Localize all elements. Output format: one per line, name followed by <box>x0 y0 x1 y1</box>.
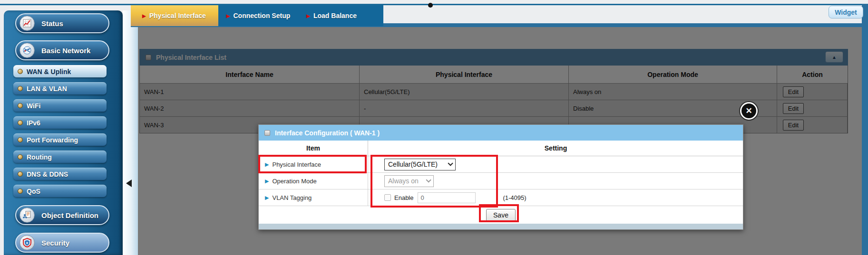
sidebar-item-lan-vlan[interactable]: LAN & VLAN <box>13 82 107 94</box>
setting-cell: Cellular(5G/LTE) <box>368 156 743 172</box>
sidebar-item-wan-uplink[interactable]: WAN & Uplink <box>13 65 107 77</box>
tab-bar: ▶ Physical Interface ▶ Connection Setup … <box>131 5 383 26</box>
sidebar-item-label: WAN & Uplink <box>27 68 71 76</box>
sidebar-item-security[interactable]: Security <box>15 233 109 253</box>
widget-button[interactable]: Widget <box>829 6 863 19</box>
sidebar: Status Basic Network WAN & Uplink LAN & … <box>4 10 123 255</box>
sidebar-item-ipv6[interactable]: IPv6 <box>13 116 107 129</box>
chevron-down-icon <box>426 177 431 182</box>
bullet-icon <box>18 137 23 142</box>
item-label: VLAN Tagging <box>272 194 312 201</box>
selected-option-label: Cellular(5G/LTE) <box>388 161 438 168</box>
sidebar-item-qos[interactable]: QoS <box>13 185 107 197</box>
physical-interface-select[interactable]: Cellular(5G/LTE) <box>384 159 456 170</box>
interface-configuration-dialog: Interface Configuration ( WAN-1 ) Item S… <box>258 124 743 230</box>
item-label: Physical Interface <box>272 161 321 168</box>
tab-label: Load Balance <box>313 12 357 19</box>
tab-arrow-icon: ▶ <box>306 13 310 19</box>
sidebar-item-label: WiFi <box>27 102 40 110</box>
dialog-footer: Save <box>259 206 743 224</box>
router-admin-page: Status Basic Network WAN & Uplink LAN & … <box>0 0 868 255</box>
sidebar-collapse-strip <box>123 10 138 255</box>
item-label-cell: ▶ Operation Mode <box>259 173 368 189</box>
tab-load-balance[interactable]: ▶ Load Balance <box>298 5 365 26</box>
sidebar-item-label: IPv6 <box>27 119 40 127</box>
sidebar-item-status[interactable]: Status <box>15 13 109 33</box>
setting-cell: Always on <box>368 173 743 189</box>
bullet-icon <box>18 154 23 160</box>
tab-label: Connection Setup <box>233 12 290 19</box>
dialog-title-bar: Interface Configuration ( WAN-1 ) <box>259 125 743 141</box>
sidebar-item-dns-ddns[interactable]: DNS & DDNS <box>13 168 107 180</box>
bullet-icon <box>18 189 23 194</box>
item-arrow-icon: ▶ <box>265 178 269 184</box>
save-button[interactable]: Save <box>486 209 516 221</box>
operation-mode-select: Always on <box>384 175 434 187</box>
setting-column-header: Setting <box>368 141 743 156</box>
selected-option-label: Always on <box>388 177 419 185</box>
panel-square-icon <box>264 130 270 136</box>
top-border-line <box>0 4 868 5</box>
sidebar-item-basic-network[interactable]: Basic Network <box>15 40 109 60</box>
tab-connection-setup[interactable]: ▶ Connection Setup <box>218 5 298 26</box>
sidebar-item-object-definition[interactable]: Object Definition <box>15 205 109 225</box>
item-arrow-icon: ▶ <box>265 161 269 168</box>
sidebar-item-port-forwarding[interactable]: Port Forwarding <box>13 133 107 146</box>
sidebar-item-label: LAN & VLAN <box>27 85 67 93</box>
bullet-icon <box>18 86 23 91</box>
vlan-enable-checkbox[interactable] <box>384 194 391 201</box>
vlan-tagging-row: ▶ VLAN Tagging Enable (1-4095) <box>259 189 743 206</box>
item-column-header: Item <box>259 141 368 156</box>
checkbox-label: Enable <box>394 194 413 201</box>
tab-arrow-icon: ▶ <box>142 13 146 19</box>
sidebar-item-label: Status <box>41 19 63 28</box>
dialog-header-row: Item Setting <box>259 141 743 156</box>
item-label-cell: ▶ VLAN Tagging <box>259 189 368 206</box>
sidebar-item-wifi[interactable]: WiFi <box>13 99 107 112</box>
item-label-cell: ▶ Physical Interface <box>259 156 368 172</box>
bullet-icon <box>18 120 23 125</box>
bullet-icon <box>18 171 23 177</box>
collapse-sidebar-arrow-icon[interactable] <box>126 179 132 187</box>
vlan-range-hint: (1-4095) <box>503 194 526 201</box>
right-border-edge <box>862 4 868 255</box>
tab-label: Physical Interface <box>149 12 206 19</box>
marker-dot-icon <box>428 3 433 8</box>
security-shield-icon <box>20 235 35 250</box>
sidebar-item-label: QoS <box>27 188 40 195</box>
operation-mode-row: ▶ Operation Mode Always on <box>259 173 743 189</box>
bullet-icon <box>18 69 23 74</box>
status-chart-icon <box>20 16 35 31</box>
sidebar-item-label: Basic Network <box>41 47 90 55</box>
sidebar-item-label: Security <box>41 239 69 247</box>
sidebar-item-label: Port Forwarding <box>27 136 78 144</box>
item-arrow-icon: ▶ <box>265 195 269 201</box>
tab-arrow-icon: ▶ <box>226 13 230 19</box>
dialog-bottom-strip <box>259 224 743 229</box>
object-definition-icon <box>20 208 35 223</box>
item-label: Operation Mode <box>272 178 316 185</box>
physical-interface-row: ▶ Physical Interface Cellular(5G/LTE) <box>259 156 743 173</box>
setting-cell: Enable (1-4095) <box>368 189 743 206</box>
tab-physical-interface[interactable]: ▶ Physical Interface <box>131 5 218 26</box>
chevron-down-icon <box>448 161 453 166</box>
bullet-icon <box>18 103 23 108</box>
sidebar-item-label: DNS & DDNS <box>27 170 68 178</box>
vlan-id-input[interactable] <box>418 192 476 203</box>
sidebar-item-label: Object Definition <box>41 211 98 219</box>
sidebar-item-routing[interactable]: Routing <box>13 151 107 163</box>
close-icon[interactable]: ✕ <box>740 102 758 120</box>
sidebar-item-label: Routing <box>27 153 52 161</box>
globe-network-icon <box>20 43 35 58</box>
dialog-title: Interface Configuration ( WAN-1 ) <box>275 129 380 137</box>
